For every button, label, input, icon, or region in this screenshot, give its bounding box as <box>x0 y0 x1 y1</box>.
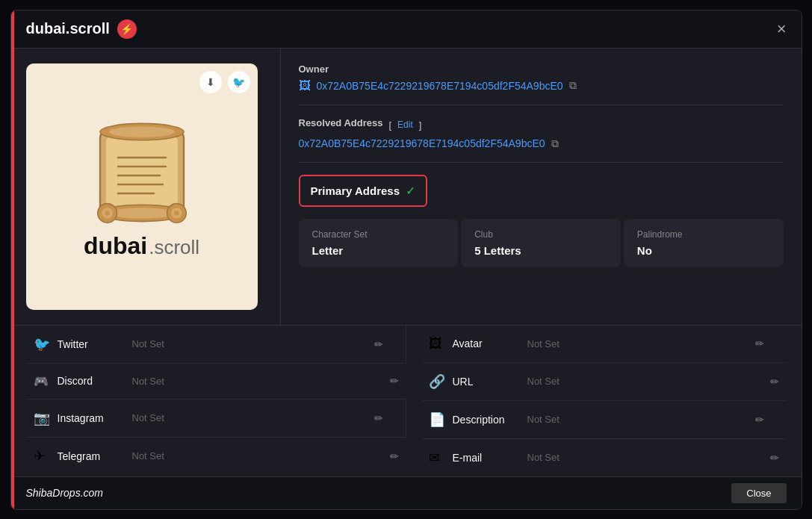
social-value-discord: Not Set <box>132 376 382 387</box>
twitter-icon: 🐦 <box>34 336 50 352</box>
description-icon: 📄 <box>429 411 445 428</box>
edit-twitter-button[interactable]: ✏ <box>374 338 383 350</box>
edit-email-button[interactable]: ✏ <box>770 452 779 464</box>
owner-address-text: 0x72A0B75E4c7229219678E7194c05df2F54A9bc… <box>317 80 563 92</box>
edit-discord-button[interactable]: ✏ <box>390 375 399 387</box>
edit-description-button[interactable]: ✏ <box>755 414 764 426</box>
edit-url-button[interactable]: ✏ <box>770 376 779 388</box>
right-panel: Owner 🖼 0x72A0B75E4c7229219678E7194c05df… <box>280 49 802 325</box>
social-name-twitter: Twitter <box>58 338 125 350</box>
social-row-email: ✉ E-mail Not Set ✏ <box>421 439 787 476</box>
svg-rect-1 <box>106 137 178 208</box>
social-value-telegram: Not Set <box>132 450 382 461</box>
attr-club-label: Club <box>474 229 607 240</box>
svg-point-5 <box>109 208 175 218</box>
primary-address-check-icon: ✓ <box>406 184 415 198</box>
modal-overlay: dubai.scroll ⚡ × ⬇ 🐦 <box>0 0 812 519</box>
social-name-url: URL <box>453 376 520 388</box>
nft-extension: .scroll <box>149 236 199 259</box>
attribute-club: Club 5 Letters <box>461 219 621 267</box>
resolved-bracket-open: [ <box>388 119 391 131</box>
attr-club-value: 5 Letters <box>474 244 607 257</box>
social-name-telegram: Telegram <box>58 450 125 462</box>
close-button[interactable]: × <box>777 21 787 37</box>
avatar-icon: 🖼 <box>429 336 445 352</box>
svg-point-8 <box>105 211 109 215</box>
owner-label: Owner <box>299 63 784 75</box>
attr-character-set-value: Letter <box>312 244 445 257</box>
edit-resolved-button[interactable]: Edit <box>397 119 413 130</box>
lightning-icon: ⚡ <box>117 19 137 39</box>
nft-name-container: dubai .scroll <box>84 232 199 260</box>
social-value-url: Not Set <box>527 376 763 387</box>
resolved-header: Resolved Address [ Edit ] <box>299 117 784 133</box>
discord-icon: 🎮 <box>34 374 50 388</box>
social-left-group: 🐦 Twitter Not Set ✏ 🎮 Discord Not Set ✏ … <box>26 326 406 476</box>
nft-card: ⬇ 🐦 <box>26 63 258 310</box>
telegram-icon: ✈ <box>34 448 50 464</box>
edit-instagram-button[interactable]: ✏ <box>374 412 383 424</box>
resolved-label: Resolved Address <box>299 117 383 128</box>
attr-palindrome-label: Palindrome <box>637 229 770 240</box>
social-right-group: 🖼 Avatar Not Set ✏ 🔗 URL Not Set ✏ 📄 Des… <box>406 326 787 476</box>
modal: dubai.scroll ⚡ × ⬇ 🐦 <box>10 10 802 510</box>
footer-bar: ShibaDrops.com Close <box>11 476 802 509</box>
social-row-url: 🔗 URL Not Set ✏ <box>421 363 787 401</box>
attribute-palindrome: Palindrome No <box>624 219 784 267</box>
download-button[interactable]: ⬇ <box>199 71 222 93</box>
copy-resolved-address-button[interactable]: ⧉ <box>551 137 559 150</box>
nft-actions: ⬇ 🐦 <box>199 71 250 93</box>
footer-brand: ShibaDrops.com <box>26 487 104 499</box>
header-left: dubai.scroll ⚡ <box>26 19 137 39</box>
left-panel: ⬇ 🐦 <box>11 49 280 325</box>
instagram-icon: 📷 <box>34 410 50 426</box>
url-icon: 🔗 <box>429 373 445 390</box>
primary-address-label: Primary Address <box>311 184 400 197</box>
svg-point-11 <box>174 211 179 215</box>
social-value-avatar: Not Set <box>527 338 748 349</box>
bottom-panel: 🐦 Twitter Not Set ✏ 🎮 Discord Not Set ✏ … <box>11 325 802 476</box>
attr-palindrome-value: No <box>637 244 770 257</box>
edit-telegram-button[interactable]: ✏ <box>390 450 399 462</box>
resolved-section: Resolved Address [ Edit ] 0x72A0B75E4c72… <box>299 117 784 163</box>
share-twitter-button[interactable]: 🐦 <box>228 71 250 93</box>
attribute-character-set: Character Set Letter <box>299 219 459 267</box>
social-value-description: Not Set <box>527 414 748 425</box>
owner-address: 🖼 0x72A0B75E4c7229219678E7194c05df2F54A9… <box>299 79 784 93</box>
owner-avatar-icon: 🖼 <box>299 79 311 93</box>
social-row-avatar: 🖼 Avatar Not Set ✏ <box>421 326 787 363</box>
footer-brand-text: ShibaDrops.com <box>26 487 104 499</box>
attr-character-set-label: Character Set <box>312 229 445 240</box>
email-icon: ✉ <box>429 450 445 466</box>
edit-avatar-button[interactable]: ✏ <box>755 338 764 349</box>
social-name-discord: Discord <box>58 375 125 387</box>
social-value-email: Not Set <box>527 452 763 463</box>
copy-owner-address-button[interactable]: ⧉ <box>569 79 577 92</box>
page-title: dubai.scroll <box>26 20 110 37</box>
nft-name: dubai <box>84 232 147 260</box>
resolved-address-text: 0x72A0B75E4c7229219678E7194c05df2F54A9bc… <box>299 137 545 149</box>
social-grid: 🐦 Twitter Not Set ✏ 🎮 Discord Not Set ✏ … <box>26 326 787 476</box>
attributes-row: Character Set Letter Club 5 Letters Pali… <box>299 219 784 267</box>
modal-body: ⬇ 🐦 <box>11 49 802 325</box>
primary-address-section: Primary Address ✓ <box>299 175 428 207</box>
social-row-discord: 🎮 Discord Not Set ✏ <box>26 364 406 400</box>
social-name-email: E-mail <box>453 452 520 464</box>
scroll-illustration <box>82 113 202 232</box>
social-value-instagram: Not Set <box>132 412 367 423</box>
svg-point-3 <box>109 126 175 137</box>
social-row-instagram: 📷 Instagram Not Set ✏ <box>26 400 406 438</box>
social-value-twitter: Not Set <box>132 338 367 349</box>
close-footer-button[interactable]: Close <box>731 483 786 503</box>
resolved-address: 0x72A0B75E4c7229219678E7194c05df2F54A9bc… <box>299 137 784 150</box>
modal-header: dubai.scroll ⚡ × <box>11 10 802 49</box>
social-row-twitter: 🐦 Twitter Not Set ✏ <box>26 326 406 364</box>
social-row-description: 📄 Description Not Set ✏ <box>421 401 787 439</box>
social-name-description: Description <box>453 414 520 426</box>
owner-section: Owner 🖼 0x72A0B75E4c7229219678E7194c05df… <box>299 63 784 105</box>
social-name-instagram: Instagram <box>58 412 125 424</box>
resolved-bracket-close: ] <box>419 119 422 131</box>
social-row-telegram: ✈ Telegram Not Set ✏ <box>26 438 406 475</box>
social-name-avatar: Avatar <box>453 338 520 349</box>
